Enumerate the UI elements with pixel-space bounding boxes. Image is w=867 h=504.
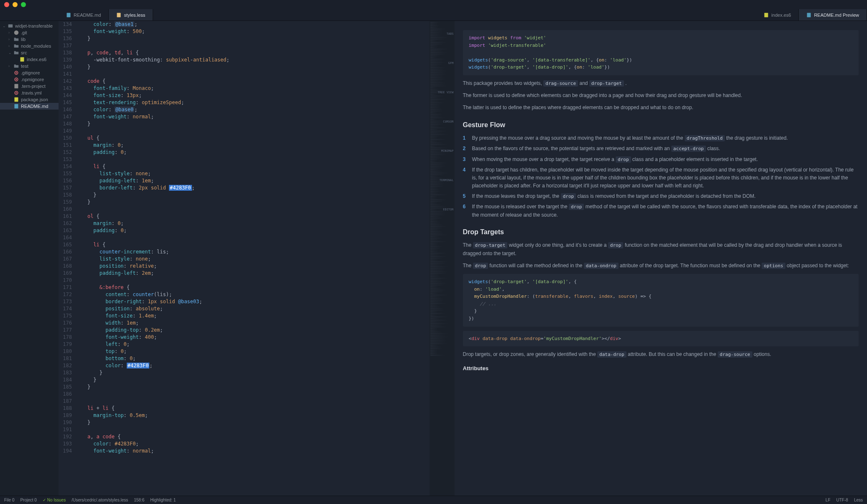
list-item: Based on the flavors of the source, the … <box>463 145 859 153</box>
list-item: If the drop target has children, the pla… <box>463 166 859 190</box>
minimap-section-label: TREE VIEW <box>438 92 454 93</box>
tree-item--npmignore[interactable]: .npmignore <box>0 76 59 83</box>
tab-label: styles.less <box>124 13 145 18</box>
tree-item--gitignore[interactable]: .gitignore <box>0 69 59 76</box>
svg-point-13 <box>16 92 17 94</box>
tree-item-src[interactable]: ⌄src <box>0 49 59 56</box>
paragraph: This package provides two widgets, drag-… <box>463 79 859 87</box>
tree-item--git[interactable]: ›.git <box>0 29 59 36</box>
folder-icon <box>14 50 19 55</box>
tab-readme-md-preview[interactable]: README.md Preview <box>799 9 867 20</box>
tab-label: README.md Preview <box>814 13 859 18</box>
gear-red-icon <box>14 77 19 82</box>
code-block: <div data-drop data-ondrop='myCustomDrop… <box>463 331 859 347</box>
tab-bar: README.mdstyles.lessindex.es6README.md P… <box>0 9 867 21</box>
paragraph: The drop-target widget only do one thing… <box>463 241 859 257</box>
tree-item-label: lib <box>21 37 26 42</box>
gear-red-icon <box>14 90 19 95</box>
paragraph: The drop function will call the method d… <box>463 262 859 270</box>
list-item: If the mouse is released over the target… <box>463 203 859 219</box>
paragraph: Drop targets, or drop zones, are general… <box>463 350 859 358</box>
status-cursor-pos[interactable]: 158:6 <box>134 498 144 502</box>
js-icon <box>20 57 25 62</box>
status-bar: File 0 Project 0 ✓ No Issues /Users/cedr… <box>0 496 867 504</box>
status-file[interactable]: File 0 <box>4 498 14 502</box>
chevron-icon: › <box>8 37 12 41</box>
code-block: import widgets from 'widjet' import 'wid… <box>463 30 859 75</box>
less-icon <box>116 13 121 18</box>
minimap-section-label: GFM <box>448 63 454 64</box>
gear-red-icon <box>14 70 19 75</box>
tree-item-readme-md[interactable]: README.md <box>0 103 59 110</box>
md-icon <box>806 13 811 18</box>
ordered-list: By pressing the mouse over a drag source… <box>463 134 859 219</box>
svg-point-5 <box>14 31 19 35</box>
tree-item-node-modules[interactable]: ›node_modules <box>0 43 59 49</box>
code-block: widgets('drop-target', '[data-drop]', { … <box>463 274 859 327</box>
tree-root[interactable]: ⌄ widjet-transferable <box>0 23 59 29</box>
heading-gesture-flow: Gesture Flow <box>463 120 859 130</box>
tree-item-label: .gitignore <box>21 70 40 75</box>
status-line-ending[interactable]: LF <box>826 498 831 502</box>
tree-item-label: README.md <box>21 104 48 109</box>
tab-label: index.es6 <box>771 13 791 18</box>
code-content[interactable]: color: @base1; font-weight: 500; } p, co… <box>75 21 430 496</box>
tree-item-label: .npmignore <box>21 77 44 82</box>
tab-readme-md[interactable]: README.md <box>59 9 109 20</box>
svg-rect-4 <box>8 24 13 28</box>
file-tree[interactable]: ⌄ widjet-transferable ›.git›lib›node_mod… <box>0 21 59 496</box>
minimap-section-label: MINIMAP <box>441 151 454 151</box>
list-item: If the mouse leaves the drop target, the… <box>463 192 859 200</box>
window-controls <box>4 2 26 7</box>
status-highlighted: Highlighted: 1 <box>150 498 176 502</box>
github-icon <box>14 30 19 35</box>
tab-label: README.md <box>74 13 101 18</box>
list-item: When moving the mouse over a drop target… <box>463 156 859 164</box>
status-encoding[interactable]: UTF-8 <box>836 498 848 502</box>
close-window-button[interactable] <box>4 2 9 7</box>
heading-drop-targets: Drop Targets <box>463 227 859 238</box>
tab-styles-less[interactable]: styles.less <box>109 9 153 20</box>
status-issues[interactable]: ✓ No Issues <box>43 498 66 502</box>
list-item: By pressing the mouse over a drag source… <box>463 134 859 142</box>
line-gutter: 1341351361371381391401411421431441451461… <box>59 21 75 496</box>
tree-item-test[interactable]: ›test <box>0 63 59 69</box>
code-editor[interactable]: 1341351361371381391401411421431441451461… <box>59 21 455 496</box>
svg-point-8 <box>16 72 17 74</box>
tab-index-es6[interactable]: index.es6 <box>756 9 799 20</box>
minimize-window-button[interactable] <box>13 2 18 7</box>
minimap[interactable]: TABSGFMTREE VIEWCURSORMINIMAPTERMINALEDI… <box>430 21 455 496</box>
svg-rect-2 <box>765 13 768 17</box>
svg-rect-15 <box>15 104 18 109</box>
js-icon <box>764 13 769 18</box>
minimap-section-label: EDITOR <box>443 209 453 210</box>
folder-icon <box>8 23 13 28</box>
folder-icon <box>14 43 19 49</box>
chevron-icon: › <box>8 64 12 68</box>
tree-item--travis-yml[interactable]: .travis.yml <box>0 90 59 96</box>
tree-item-label: node_modules <box>21 43 51 49</box>
minimap-section-label: TABS <box>447 33 454 34</box>
tree-item-index-es6[interactable]: index.es6 <box>0 56 59 63</box>
file-icon <box>14 84 19 89</box>
titlebar <box>0 0 867 9</box>
heading-attributes: Attributes <box>463 364 859 373</box>
md-icon <box>14 104 19 109</box>
status-language[interactable]: Less <box>854 498 863 502</box>
chevron-icon: › <box>8 44 12 48</box>
tree-item-lib[interactable]: ›lib <box>0 36 59 43</box>
svg-rect-3 <box>807 13 811 17</box>
tree-item--tern-project[interactable]: .tern-project <box>0 83 59 90</box>
md-icon <box>66 13 71 18</box>
tree-item-package-json[interactable]: package.json <box>0 96 59 103</box>
minimap-section-label: CURSOR <box>443 121 453 122</box>
chevron-icon: › <box>8 31 12 35</box>
maximize-window-button[interactable] <box>21 2 26 7</box>
folder-icon <box>14 64 19 69</box>
status-path[interactable]: /Users/cedric/.atom/styles.less <box>72 498 128 502</box>
tree-item-label: package.json <box>21 97 48 102</box>
folder-icon <box>14 37 19 42</box>
svg-rect-14 <box>15 97 18 102</box>
markdown-preview[interactable]: import widgets from 'widjet' import 'wid… <box>455 21 867 496</box>
status-project[interactable]: Project 0 <box>20 498 36 502</box>
